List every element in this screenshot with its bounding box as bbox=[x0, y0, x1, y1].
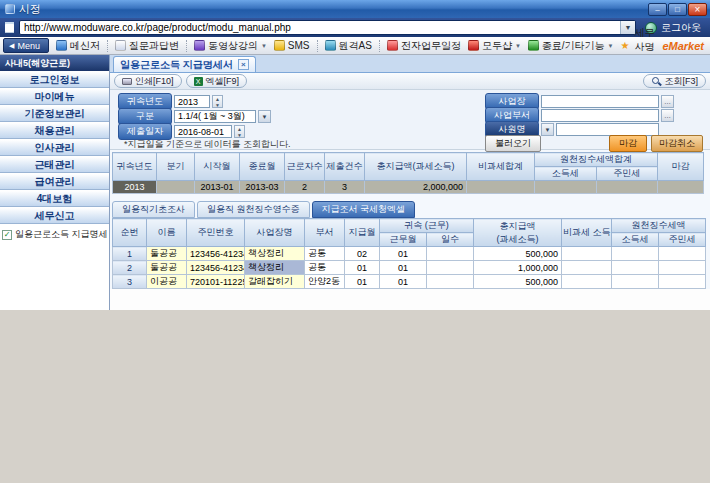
toolbar-item-shop[interactable]: 모두샵 ▼ bbox=[468, 39, 521, 53]
col-closing: 마감 bbox=[658, 153, 704, 181]
col-resident-tax: 주민세 bbox=[596, 167, 658, 181]
col-attr-group: 귀속 (근무) bbox=[380, 219, 474, 233]
toolbar-item-messenger[interactable]: 메신저 bbox=[56, 39, 100, 53]
subtab-bar: 일용직기초조사 일용직 원천징수영수증 지급조서 국세청엑셀 bbox=[112, 201, 710, 218]
sidebar-company-header: 사내5(해양근로) bbox=[0, 55, 109, 71]
desktop-background bbox=[0, 310, 710, 483]
toolbar-item-video[interactable]: 동영상강의 ▼ bbox=[194, 39, 267, 53]
dept-browse-button[interactable]: … bbox=[661, 109, 674, 122]
minimize-button[interactable] bbox=[648, 3, 667, 16]
sidebar-item-login-info[interactable]: 로그인정보 bbox=[0, 71, 109, 88]
col-work-month: 근무월 bbox=[380, 233, 427, 247]
tab-close-icon[interactable] bbox=[238, 59, 249, 70]
toolbar-separator bbox=[107, 40, 108, 52]
col-resident-tax: 주민세 bbox=[659, 233, 706, 247]
tab-daily-wage-statement[interactable]: 일용근로소득 지급명세서 bbox=[113, 56, 256, 72]
search-button[interactable]: 조회[F3] bbox=[643, 74, 706, 88]
toolbar-item-schedule[interactable]: 전자업무일정 bbox=[387, 39, 461, 53]
col-end-month: 종료월 bbox=[240, 153, 285, 181]
col-total-payment: 총지급액(과세소득) bbox=[365, 153, 467, 181]
app-icon bbox=[5, 4, 15, 14]
filter-form: 귀속년도 2013 ▲▼ 구분 1.1/4( 1월 ~ 3월) ▼ 제출일자 2… bbox=[110, 90, 710, 150]
summary-row[interactable]: 2013 2013-01 2013-03 2 3 2,000,000 bbox=[113, 181, 704, 194]
toolbar-item-qna[interactable]: 질문과답변 bbox=[115, 39, 179, 53]
quarter-select[interactable]: 1.1/4( 1월 ~ 3월) bbox=[174, 110, 256, 123]
maximize-button[interactable] bbox=[668, 3, 687, 16]
excel-button[interactable]: 엑셀[F9] bbox=[186, 74, 248, 88]
qna-icon bbox=[115, 40, 126, 51]
col-total-payment: 총지급액 (과세소득) bbox=[474, 219, 562, 247]
content-area: 사내5(해양근로) 로그인정보 마이메뉴 기준정보관리 채용관리 인사관리 근태… bbox=[0, 55, 710, 310]
sidebar-item-my-menu[interactable]: 마이메뉴 bbox=[0, 88, 109, 105]
col-days: 일수 bbox=[427, 233, 474, 247]
sidebar-item-recruit[interactable]: 채용관리 bbox=[0, 122, 109, 139]
toolbar-item-remote-as[interactable]: 원격AS bbox=[325, 39, 372, 53]
schedule-icon bbox=[387, 40, 398, 51]
table-row[interactable]: 2 둘공공 123456-4123455 책상정리 공통 01 01 1,000… bbox=[113, 261, 706, 275]
load-button[interactable]: 불러오기 bbox=[485, 135, 541, 152]
video-lecture-icon bbox=[194, 40, 205, 51]
payment-date-note: *지급일을 기준으로 데이터를 조회합니다. bbox=[124, 138, 291, 151]
submit-date-spinner[interactable]: ▲▼ bbox=[234, 125, 245, 138]
sidebar-item-base-info[interactable]: 기준정보관리 bbox=[0, 105, 109, 122]
submit-date-input[interactable]: 2016-08-01 bbox=[174, 125, 232, 138]
year-spinner[interactable]: ▲▼ bbox=[212, 95, 223, 108]
col-pay-month: 지급월 bbox=[345, 219, 380, 247]
sidebar-item-tax-report[interactable]: 세무신고 bbox=[0, 207, 109, 224]
col-quarter: 분기 bbox=[157, 153, 195, 181]
sidebar-item-insurance[interactable]: 4대보험 bbox=[0, 190, 109, 207]
emarket-logo[interactable]: eMarket bbox=[662, 40, 704, 52]
main-panel: 일용근로소득 지급명세서 인쇄[F10] 엑셀[F9] 조회[F3] bbox=[110, 55, 710, 310]
year-input[interactable]: 2013 bbox=[174, 95, 210, 108]
closing-cancel-button[interactable]: 마감취소 bbox=[651, 135, 703, 152]
closing-button[interactable]: 마감 bbox=[609, 135, 647, 152]
window-title: 시정 bbox=[19, 2, 41, 17]
col-workplace: 사업장명 bbox=[245, 219, 305, 247]
col-withholding-group: 원천징수세액 bbox=[612, 219, 706, 233]
col-no: 순번 bbox=[113, 219, 147, 247]
summary-table: 귀속년도 분기 시작월 종료월 근로자수 제출건수 총지급액(과세소득) 비과세… bbox=[112, 152, 704, 194]
col-submissions: 제출건수 bbox=[325, 153, 365, 181]
col-jumin: 주민번호 bbox=[187, 219, 245, 247]
toolbar-item-exit-etc[interactable]: 종료/기타기능 ▼ bbox=[528, 39, 614, 53]
toolbar-separator bbox=[186, 40, 187, 52]
quarter-dropdown-icon[interactable]: ▼ bbox=[258, 110, 271, 123]
url-text: http://www.moduware.co.kr/page/product/m… bbox=[20, 22, 291, 33]
address-bar: http://www.moduware.co.kr/page/product/m… bbox=[0, 18, 710, 37]
chevron-left-icon: ◀ bbox=[9, 42, 14, 50]
excel-icon bbox=[194, 77, 203, 86]
toolbar-separator bbox=[379, 40, 380, 52]
power-icon bbox=[528, 40, 539, 51]
table-row[interactable]: 1 둘공공 123456-4123455 책상정리 공통 02 01 500,0… bbox=[113, 247, 706, 261]
toolbar-item-sms[interactable]: SMS bbox=[274, 40, 310, 51]
empty-area bbox=[110, 289, 710, 310]
printer-icon bbox=[122, 78, 132, 85]
sidebar-tree: 일용근로소득 지급명세서 bbox=[0, 224, 109, 310]
menu-toggle-button[interactable]: ◀ Menu bbox=[3, 38, 49, 53]
subtab-withholding-receipt[interactable]: 일용직 원천징수영수증 bbox=[197, 201, 310, 218]
sidebar-item-attendance[interactable]: 근태관리 bbox=[0, 156, 109, 173]
tab-bar: 일용근로소득 지급명세서 bbox=[110, 55, 710, 73]
subtab-nts-excel[interactable]: 지급조서 국세청엑셀 bbox=[312, 201, 416, 218]
url-input[interactable]: http://www.moduware.co.kr/page/product/m… bbox=[19, 20, 636, 35]
selected-cell[interactable]: 책상정리 bbox=[245, 261, 305, 275]
col-nontax: 비과세 소득 bbox=[562, 219, 612, 247]
shop-icon bbox=[468, 40, 479, 51]
print-button[interactable]: 인쇄[F10] bbox=[114, 74, 182, 88]
sidebar-item-hr[interactable]: 인사관리 bbox=[0, 139, 109, 156]
close-button[interactable] bbox=[688, 3, 707, 16]
col-income-tax: 소득세 bbox=[612, 233, 659, 247]
chevron-down-icon: ▼ bbox=[261, 43, 267, 49]
search-icon bbox=[651, 76, 661, 86]
checkbox-checked-icon[interactable] bbox=[2, 230, 12, 240]
summary-year-cell[interactable]: 2013 bbox=[113, 181, 157, 194]
subtab-basic-survey[interactable]: 일용직기초조사 bbox=[112, 201, 195, 218]
chevron-down-icon: ▼ bbox=[515, 43, 521, 49]
sidebar-item-payroll[interactable]: 급여관리 bbox=[0, 173, 109, 190]
col-year: 귀속년도 bbox=[113, 153, 157, 181]
col-name: 이름 bbox=[147, 219, 187, 247]
table-row[interactable]: 3 이공공 720101-1122521 갈래잡히기 안양2동 01 01 50… bbox=[113, 275, 706, 289]
tree-item-daily-wage-statement[interactable]: 일용근로소득 지급명세서 bbox=[2, 228, 107, 241]
app-toolbar: ◀ Menu 메신저 질문과답변 동영상강의 ▼ SMS 원격AS bbox=[0, 37, 710, 55]
col-nontax-total: 비과세합계 bbox=[467, 153, 535, 181]
